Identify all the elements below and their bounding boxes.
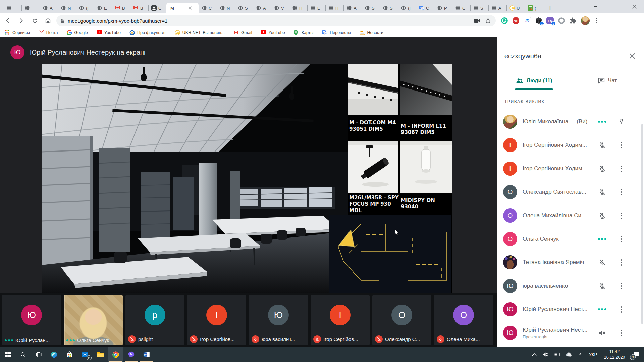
bookmark-item[interactable]: Карты [294,30,314,35]
ring-extension-icon[interactable] [557,17,566,25]
participant-row[interactable]: ООлександр Святослав... [497,180,644,204]
participant-tile[interactable]: ІІгор Сергійов... [187,295,246,345]
browser-tab[interactable]: A [40,3,58,13]
browser-tab[interactable]: V [271,3,289,13]
browser-tab[interactable]: A [488,3,506,13]
search-button[interactable] [15,347,31,362]
browser-menu-button[interactable] [594,16,600,25]
browser-tab[interactable]: C [199,3,217,13]
participant-menu-button[interactable] [617,306,626,313]
browser-tab[interactable]: N [217,3,235,13]
bookmark-item[interactable]: Gmail [233,30,252,35]
microphone-icon[interactable] [574,347,586,362]
window-maximize-button[interactable] [605,0,625,13]
participant-menu-button[interactable] [617,189,626,195]
onedrive-icon[interactable] [563,347,574,362]
browser-tab[interactable]: (I [398,3,416,13]
participant-tile[interactable]: ООлена Миха... [434,295,493,345]
participant-tile[interactable]: ppslight [125,295,184,345]
forward-button[interactable] [15,15,27,26]
cube-extension-icon[interactable]: 1 [535,17,543,25]
grammarly-icon[interactable] [500,17,508,25]
home-button[interactable] [42,15,54,26]
browser-tab[interactable]: C [452,3,470,13]
browser-tab[interactable]: P [434,3,452,13]
browser-tab-active[interactable]: M [166,3,199,13]
browser-tab[interactable]: A [343,3,362,13]
pin-button[interactable] [617,118,626,125]
browser-tab[interactable] [21,3,40,13]
window-minimize-button[interactable] [586,0,605,13]
action-center-button[interactable]: 9 [629,347,644,362]
file-explorer-app[interactable] [93,347,108,362]
browser-tab[interactable]: A [253,3,271,13]
browser-tab[interactable]: AC [416,3,434,13]
id-extension-icon[interactable]: iD [523,17,531,25]
participant-tile[interactable]: Ольга Сенчук [64,295,123,345]
bookmark-item[interactable]: Почта [39,30,58,35]
tray-expand-button[interactable] [529,347,540,362]
participant-row[interactable]: ІІгор Сергійович Ходим... [497,133,644,157]
mail-app[interactable]: 11 [77,347,93,362]
back-button[interactable] [2,15,13,26]
battery-icon[interactable] [551,347,563,362]
start-button[interactable] [0,347,15,362]
participant-menu-button[interactable] [617,142,626,148]
language-indicator[interactable]: УКР [586,352,600,357]
browser-tab[interactable]: E [94,3,112,13]
bookmark-item[interactable]: Google [67,30,88,35]
profile-avatar[interactable] [581,16,590,25]
participant-menu-button[interactable] [617,283,626,289]
tab-close-icon[interactable] [187,5,193,11]
reload-button[interactable] [29,15,40,26]
volume-icon[interactable] [540,347,551,362]
participant-row[interactable]: Юлія Миколаївна ...(Ви) [497,110,644,133]
bookmark-star-icon[interactable] [484,17,492,24]
browser-tab[interactable]: (F [76,3,94,13]
bookmark-item[interactable]: Сервисы [5,30,30,35]
address-bar[interactable]: meet.google.com/pxm-vyoc-bqb?authuser=1 [56,15,496,26]
adblock-plus-icon[interactable]: ABP [512,17,520,25]
chrome-app[interactable] [108,347,123,362]
word-app[interactable]: W [139,347,154,362]
participant-tile[interactable]: ІІгор Сергійов... [311,295,370,345]
participant-row[interactable]: ЮЮрій Русланович Нест...Презентація [497,321,644,345]
participant-menu-button[interactable] [617,259,626,266]
browser-tab[interactable]: S [380,3,398,13]
browser-tab[interactable]: C [148,3,166,13]
edge-app[interactable] [46,347,62,362]
browser-tab[interactable]: B [130,3,148,13]
browser-tab[interactable]: S [470,3,488,13]
tab-chat[interactable]: Чат [571,73,644,88]
browser-tab[interactable]: H [289,3,307,13]
task-view-button[interactable] [31,347,46,362]
bookmark-item[interactable]: YouTube [261,30,285,35]
participant-menu-button[interactable] [617,166,626,172]
participant-tile[interactable]: ООлександр С... [372,295,431,345]
participant-row[interactable]: ООлена Михайлівна Си... [497,204,644,227]
browser-tab[interactable] [3,3,21,13]
participant-menu-button[interactable] [617,213,626,219]
participant-row[interactable]: ООльга Сенчук [497,227,644,251]
bookmark-item[interactable]: UNUKR.NET: Всі новин... [175,30,225,35]
new-tab-button[interactable]: + [545,3,555,13]
tab-people[interactable]: Люди (11) [497,73,571,88]
participant-tile[interactable]: Ююра васильч... [249,295,308,345]
camera-in-use-icon[interactable] [474,17,481,24]
viber-app[interactable] [123,347,139,362]
participant-row[interactable]: ЮЮрій Русланович Нест... [497,298,644,321]
lock-icon[interactable] [60,18,64,23]
extensions-menu-icon[interactable] [569,17,577,25]
store-app[interactable] [62,347,77,362]
participant-row[interactable]: Тетяна Іванівна Яреміч [497,251,644,274]
browser-tab[interactable]: 6( [525,3,543,13]
browser-tab[interactable]: B [112,3,130,13]
bookmark-item[interactable]: YouTube [97,30,121,35]
bookmark-item[interactable]: Про факультет [129,30,166,35]
browser-tab[interactable]: N [58,3,76,13]
browser-tab[interactable]: S [362,3,380,13]
browser-tab[interactable]: L [307,3,325,13]
browser-tab[interactable]: H [325,3,343,13]
en-extension-icon[interactable]: EN1 [546,17,554,25]
bookmark-item[interactable]: Новости [360,30,383,35]
